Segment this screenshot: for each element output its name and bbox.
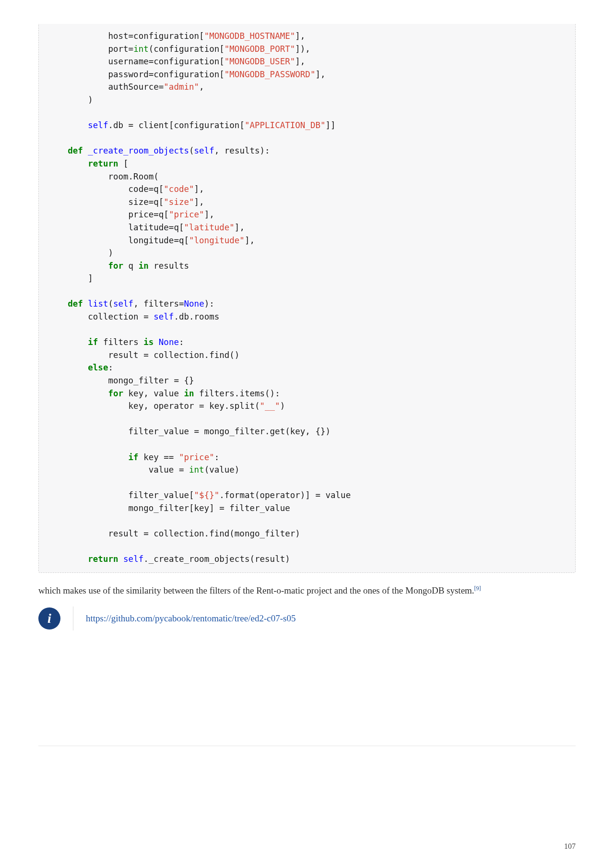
code-token: ) [280,401,285,411]
code-token: results [149,261,189,271]
code-token: [ [118,159,129,168]
code-token: price=q[ [47,210,169,219]
code-line: ) [47,248,113,258]
code-line: port=int(configuration["MONGODB_PORT"]), [47,44,310,54]
code-token: latitude=q[ [47,223,184,232]
code-token [47,261,108,271]
code-token: mongo_filter[key] = filter_value [47,503,290,513]
info-icon-glyph: i [47,611,51,626]
code-token: authSource= [47,82,164,92]
code-line: value = int(value) [47,465,239,475]
source-link[interactable]: https://github.com/pycabook/rentomatic/t… [86,613,295,623]
code-token: : [108,363,113,372]
code-token: : [179,337,184,347]
code-line: return [ [47,159,129,168]
code-token [47,146,68,155]
code-token: key, operator = key.split( [47,401,260,411]
code-token: .format(operator)] = value [219,490,351,500]
code-token: ], [204,210,214,219]
code-token: for [108,389,123,398]
code-token: ], [235,223,245,232]
code-line: mongo_filter[key] = filter_value [47,503,290,513]
code-line: for q in results [47,261,189,271]
code-token: "MONGODB_PASSWORD" [224,70,316,79]
code-token [47,452,129,462]
code-token: , [199,82,204,92]
code-token: , results): [214,146,270,155]
code-token: , filters= [133,299,184,309]
code-line: def _create_room_objects(self, results): [47,146,270,155]
code-token: .db.rooms [174,312,219,321]
code-token: "price" [179,452,214,462]
code-token: self [123,554,143,564]
code-token [47,159,88,168]
code-token: self [154,312,174,321]
code-token: (value) [204,465,240,475]
code-token: ) [47,95,93,105]
code-token: "$ [194,490,204,500]
code-token: ] [47,273,93,283]
code-token: result = collection.find(mongo_filter) [47,529,300,538]
info-icon: i [38,607,60,630]
code-token: ]] [326,120,336,130]
admonition-note: i https://github.com/pycabook/rentomatic… [38,606,576,630]
code-token: room.Room( [47,172,159,181]
code-token: mongo_filter = {} [47,376,194,385]
code-token: result = collection.find() [47,350,239,360]
code-line: filter_value["${}".format(operator)] = v… [47,490,351,500]
code-token: "price" [169,210,204,219]
code-token [83,299,88,309]
code-token: in [139,261,149,271]
code-token: filter_value = mongo_filter.get(key, {}) [47,427,331,436]
code-line: result = collection.find(mongo_filter) [47,529,300,538]
code-token: self [113,299,133,309]
code-token [47,554,88,564]
code-token: def [68,146,83,155]
code-token: if [129,452,139,462]
code-line: for key, value in filters.items(): [47,389,280,398]
code-line: mongo_filter = {} [47,376,194,385]
code-line: code=q["code"], [47,184,204,194]
code-token [83,146,88,155]
code-token: ], [295,57,305,66]
code-token [47,389,108,398]
code-line: price=q["price"], [47,210,214,219]
code-block: host=configuration["MONGODB_HOSTNAME"], … [38,24,576,573]
code-token: "__" [260,401,280,411]
footnote-ref-link[interactable]: [9] [474,585,481,592]
code-token: None [159,337,179,347]
code-line: ] [47,273,93,283]
code-line: size=q["size"], [47,197,204,207]
code-token: ): [204,299,214,309]
code-token: "MONGODB_HOSTNAME" [204,31,295,41]
code-token: self [88,120,108,130]
code-token: ( [189,146,194,155]
code-token: ], [194,197,204,207]
code-token: return [88,554,118,564]
code-token: (configuration[ [149,44,224,54]
code-token: ( [108,299,113,309]
code-token: filters [98,337,143,347]
code-token [154,337,159,347]
code-token: username=configuration[ [47,57,224,66]
code-token: password=configuration[ [47,70,224,79]
code-line: else: [47,363,113,372]
code-token: value = [47,465,189,475]
code-token: ], [295,31,305,41]
code-token: "MONGODB_PORT" [224,44,295,54]
code-token: "MONGODB_USER" [224,57,295,66]
code-line: return self._create_room_objects(result) [47,554,290,564]
body-paragraph: which makes use of the similarity betwee… [38,583,576,598]
code-line: password=configuration["MONGODB_PASSWORD… [47,70,326,79]
code-token: .db = client[configuration[ [108,120,244,130]
code-token: key, value [123,389,184,398]
code-token [118,554,124,564]
code-token: collection = [47,312,154,321]
code-token: if [88,337,98,347]
code-token: port= [47,44,133,54]
code-token: "longitude" [189,236,245,245]
code-token: list [88,299,108,309]
code-line: longitude=q["longitude"], [47,236,255,245]
code-token: {} [204,490,214,500]
code-token: "size" [164,197,194,207]
